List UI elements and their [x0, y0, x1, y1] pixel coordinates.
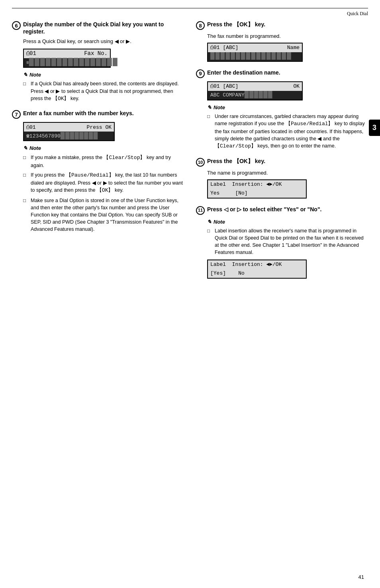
- step-8-body: The fax number is programmed. ⎙01 [ABC] …: [207, 32, 368, 62]
- step-9-note-header: ✎ Note: [207, 104, 368, 112]
- note-icon-6: ✎: [23, 71, 27, 79]
- lcd-2-row2: ☎1234567890 ████████: [24, 132, 114, 140]
- step-7-note-item-2-text: If you press the 【Pause/Redial】 key, the…: [31, 171, 184, 195]
- step-7-heading: 7 Enter a fax number with the number key…: [12, 110, 184, 119]
- lcd-3-r1-left: ⎙01 [ABC]: [210, 44, 238, 52]
- lcd-display-5: Label Insertion: ◄►/OK Yes [No]: [207, 179, 307, 199]
- step-11-note-list: Label insertion allows the receiver's na…: [207, 227, 368, 256]
- lcd-3-row2: ████████████████: [208, 52, 302, 61]
- step-7-number: 7: [12, 110, 21, 119]
- step-11-note-item-1: Label insertion allows the receiver's na…: [207, 227, 368, 256]
- step-11-number: 11: [196, 206, 205, 215]
- step-7-note-item-2: If you press the 【Pause/Redial】 key, the…: [23, 171, 184, 195]
- lcd-display-6: Label Insertion: ◄►/OK [Yes] No: [207, 260, 307, 279]
- step-8-block: 8 Press the 【OK】 key. The fax number is …: [196, 21, 368, 62]
- step-10-block: 10 Press the 【OK】 key. The name is progr…: [196, 157, 368, 199]
- step-10-number: 10: [196, 158, 205, 167]
- step-7-note-item-3: Make sure a Dial Option is stored in one…: [23, 197, 184, 233]
- step-6-title: Display the number of the Quick Dial key…: [23, 21, 184, 35]
- lcd-1-r2-blocks: ████████████████: [29, 57, 118, 69]
- step-6-note-item-1-text: If a Quick Dial has already been stored,…: [31, 80, 184, 102]
- lcd-display-2: ⎙01 Press OK ☎1234567890 ████████: [23, 122, 115, 141]
- lcd-4-r1-right: OK: [293, 83, 300, 90]
- step-6-number: 6: [12, 21, 21, 30]
- step-9-body: ⎙01 [ABC] OK ABC COMPANY ██████ ✎ Note: [207, 81, 368, 151]
- step-7-body: ⎙01 Press OK ☎1234567890 ████████ ✎ Note: [23, 122, 184, 233]
- lcd-6-row2: [Yes] No: [208, 269, 306, 278]
- left-column: 6 Display the number of the Quick Dial k…: [12, 21, 184, 286]
- step-6-text: Press a Quick Dial key, or search using …: [23, 38, 131, 44]
- lcd-6-r2: [Yes] No: [210, 269, 245, 277]
- step-11-note-item-1-text: Label insertion allows the receiver's na…: [215, 227, 368, 256]
- lcd-display-3: ⎙01 [ABC] Name ████████████████: [207, 43, 303, 62]
- page-number: 41: [358, 574, 364, 580]
- lcd-5-row2: Yes [No]: [208, 189, 306, 198]
- lcd-5-r1: Label Insertion: ◄►/OK: [210, 181, 282, 189]
- step-10-body: The name is programmed. Label Insertion:…: [207, 169, 368, 199]
- lcd-4-row2: ABC COMPANY ██████: [208, 91, 302, 100]
- step-9-note-list: Under rare circumstances, garbled charac…: [207, 113, 368, 150]
- step-11-note: ✎ Note Label insertion allows the receiv…: [207, 218, 368, 256]
- page-container: Quick Dial 6 Display the number of the Q…: [0, 0, 380, 588]
- lcd-3-r2-blocks: ████████████████: [210, 51, 292, 62]
- lcd-3-r1-right: Name: [287, 44, 300, 52]
- lcd-6-r1: Label Insertion: ◄►/OK: [210, 261, 282, 269]
- lcd-6-row1: Label Insertion: ◄►/OK: [208, 260, 306, 269]
- step-11-title: Press ◁ or ▷ to select either "Yes" or "…: [207, 206, 321, 213]
- note-icon-11: ✎: [207, 218, 212, 226]
- step-8-number: 8: [196, 21, 205, 30]
- step-6-body: Press a Quick Dial key, or search using …: [23, 37, 184, 102]
- step-9-block: 9 Enter the destination name. ⎙01 [ABC] …: [196, 69, 368, 151]
- step-9-note-item-1-text: Under rare circumstances, garbled charac…: [215, 113, 368, 150]
- lcd-1-r2-icon: ☎: [26, 59, 29, 66]
- lcd-2-r2-blocks: ████████: [61, 131, 98, 142]
- step-9-note: ✎ Note Under rare circumstances, garbled…: [207, 104, 368, 151]
- step-9-title: Enter the destination name.: [207, 69, 280, 76]
- lcd-2-r1-left: ⎙01: [26, 124, 36, 132]
- step-9-number: 9: [196, 69, 205, 78]
- note-label-7: Note: [29, 144, 41, 152]
- step-7-note-header: ✎ Note: [23, 144, 184, 152]
- step-9-note-item-1: Under rare circumstances, garbled charac…: [207, 113, 368, 150]
- note-icon-7: ✎: [23, 144, 27, 152]
- step-9-heading: 9 Enter the destination name.: [196, 69, 368, 78]
- section-title: Quick Dial: [347, 11, 368, 17]
- lcd-4-r2-cursor: ██████: [245, 90, 273, 100]
- lcd-2-r2-text: ☎1234567890: [26, 132, 61, 140]
- step-8-text: The fax number is programmed.: [207, 33, 281, 39]
- step-6-note: ✎ Note If a Quick Dial has already been …: [23, 71, 184, 103]
- lcd-2-r1-right: Press OK: [87, 124, 112, 132]
- note-label-9: Note: [214, 104, 225, 112]
- step-7-note-list: If you make a mistake, press the 【Clear/…: [23, 154, 184, 233]
- step-8-heading: 8 Press the 【OK】 key.: [196, 21, 368, 30]
- chapter-number: 3: [372, 124, 376, 132]
- step-8-title: Press the 【OK】 key.: [207, 21, 265, 28]
- step-10-title: Press the 【OK】 key.: [207, 157, 265, 165]
- note-label-11: Note: [214, 218, 225, 226]
- note-icon-9: ✎: [207, 104, 212, 112]
- lcd-5-row1: Label Insertion: ◄►/OK: [208, 180, 306, 189]
- step-7-note-item-1: If you make a mistake, press the 【Clear/…: [23, 154, 184, 169]
- step-11-body: ✎ Note Label insertion allows the receiv…: [207, 218, 368, 279]
- step-10-heading: 10 Press the 【OK】 key.: [196, 157, 368, 167]
- chapter-tab: 3: [369, 120, 380, 136]
- step-6-note-item-1: If a Quick Dial has already been stored,…: [23, 80, 184, 102]
- step-6-note-header: ✎ Note: [23, 71, 184, 79]
- lcd-1-row2: ☎ ████████████████: [24, 58, 110, 67]
- lcd-4-r2-text: ABC COMPANY: [210, 91, 245, 99]
- right-column: 8 Press the 【OK】 key. The fax number is …: [196, 21, 368, 286]
- step-7-note-item-3-text: Make sure a Dial Option is stored in one…: [31, 197, 184, 233]
- step-7-note-item-1-text: If you make a mistake, press the 【Clear/…: [31, 154, 184, 169]
- step-11-note-header: ✎ Note: [207, 218, 368, 226]
- lcd-display-4: ⎙01 [ABC] OK ABC COMPANY ██████: [207, 81, 303, 100]
- main-content: 6 Display the number of the Quick Dial k…: [12, 21, 368, 286]
- header-row: Quick Dial: [12, 11, 368, 17]
- step-10-text: The name is programmed.: [207, 170, 268, 176]
- top-rule: [12, 8, 368, 8]
- lcd-display-1: ⎙01 Fax No. ☎ ████████████████: [23, 49, 111, 68]
- step-7-note: ✎ Note If you make a mistake, press the …: [23, 144, 184, 233]
- step-11-block: 11 Press ◁ or ▷ to select either "Yes" o…: [196, 206, 368, 279]
- step-6-block: 6 Display the number of the Quick Dial k…: [12, 21, 184, 102]
- step-7-title: Enter a fax number with the number keys.: [23, 110, 134, 117]
- lcd-4-r1-left: ⎙01 [ABC]: [210, 83, 238, 90]
